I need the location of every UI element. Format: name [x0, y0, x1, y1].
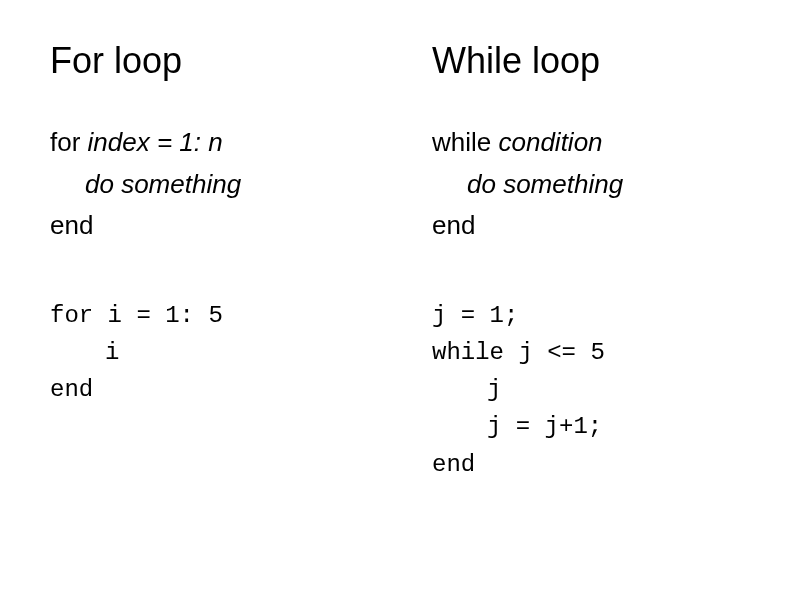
- while-condition: condition: [498, 127, 602, 157]
- for-index-expr: index = 1: n: [88, 127, 223, 157]
- for-loop-syntax: for index = 1: n do something end: [50, 122, 372, 247]
- for-syntax-end: end: [50, 205, 372, 247]
- while-code-line5: end: [432, 446, 754, 483]
- while-code-line4: j = j+1;: [432, 408, 754, 445]
- while-syntax-body: do something: [432, 164, 754, 206]
- for-syntax-body: do something: [50, 164, 372, 206]
- slide-content: For loop for index = 1: n do something e…: [0, 0, 794, 483]
- for-loop-heading: For loop: [50, 40, 372, 82]
- while-code-line1: j = 1;: [432, 297, 754, 334]
- for-code-line2: i: [50, 334, 372, 371]
- while-loop-heading: While loop: [432, 40, 754, 82]
- while-loop-code: j = 1; while j <= 5 j j = j+1; end: [432, 297, 754, 483]
- for-code-line1: for i = 1: 5: [50, 297, 372, 334]
- while-code-line2: while j <= 5: [432, 334, 754, 371]
- while-code-line3: j: [432, 371, 754, 408]
- for-loop-code: for i = 1: 5 i end: [50, 297, 372, 409]
- while-syntax-line1: while condition: [432, 122, 754, 164]
- while-keyword: while: [432, 127, 498, 157]
- while-loop-column: While loop while condition do something …: [432, 40, 754, 483]
- for-keyword: for: [50, 127, 88, 157]
- while-loop-syntax: while condition do something end: [432, 122, 754, 247]
- for-syntax-line1: for index = 1: n: [50, 122, 372, 164]
- while-syntax-end: end: [432, 205, 754, 247]
- for-loop-column: For loop for index = 1: n do something e…: [50, 40, 372, 483]
- for-code-line3: end: [50, 371, 372, 408]
